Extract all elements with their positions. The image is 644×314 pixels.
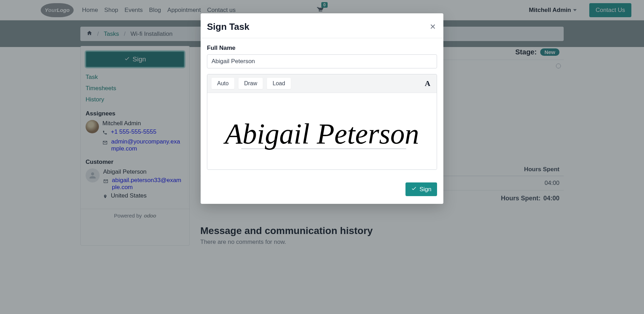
tab-draw[interactable]: Draw [239, 78, 263, 89]
font-style-button[interactable]: A [425, 79, 432, 88]
modal-title: Sign Task [207, 21, 249, 32]
modal-sign-button[interactable]: Sign [405, 182, 437, 196]
signature-text: Abigail Peterson [223, 118, 419, 150]
signature-canvas[interactable]: Abigail Peterson [207, 93, 437, 169]
full-name-input[interactable] [207, 54, 437, 68]
tab-auto[interactable]: Auto [212, 78, 234, 89]
signature-box: Auto Draw Load A Abigail Peterson [207, 74, 437, 170]
sign-task-modal: Sign Task × Full Name Auto Draw Load A A… [201, 13, 443, 204]
full-name-label: Full Name [207, 45, 437, 52]
tab-load[interactable]: Load [267, 78, 291, 89]
signature-tabs: Auto Draw Load A [207, 74, 437, 93]
modal-sign-button-label: Sign [420, 186, 431, 193]
check-icon [411, 186, 417, 193]
close-icon[interactable]: × [429, 21, 437, 32]
